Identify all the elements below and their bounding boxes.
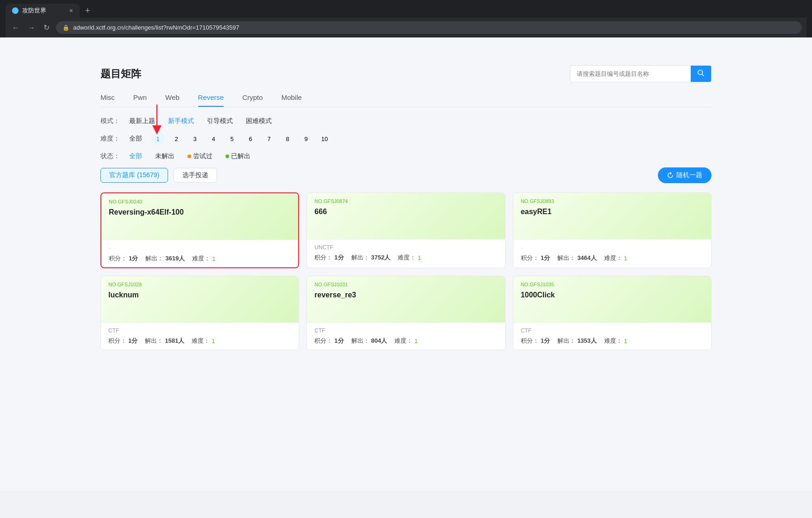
tab-crypto[interactable]: Crypto [242,93,262,107]
difficulty-6[interactable]: 6 [244,132,257,145]
mode-beginner[interactable]: 新手模式 [164,116,198,127]
card-3-score: 积分：1分 [108,337,137,345]
difficulty-3[interactable]: 3 [188,132,201,145]
card-0-top: NO.GFSJ0240 Reversing-x64Elf-100 [101,193,298,240]
tab-mobile[interactable]: Mobile [281,93,302,107]
status-filter-row: 状态： 全部 未解出 尝试过 已解出 [100,151,712,162]
card-3-solved: 解出：1581人 [145,337,184,345]
card-0-title: Reversing-x64Elf-100 [109,208,291,216]
card-5-bottom: CTF 积分：1分 解出：1353人 难度：1 [513,322,711,350]
card-4[interactable]: NO.GFSJ1031 reverse_re3 CTF 积分：1分 解出：804… [306,276,505,350]
red-arrow [150,105,169,137]
card-4-solved: 解出：804人 [351,337,387,345]
card-2-stats: 积分：1分 解出：3464人 难度：1 [521,254,704,262]
mode-guide[interactable]: 引导模式 [203,116,237,127]
card-3-stats: 积分：1分 解出：1581人 难度：1 [108,337,291,345]
player-source-tab[interactable]: 选手投递 [174,168,217,183]
card-4-score: 积分：1分 [314,337,344,345]
mode-hard[interactable]: 困难模式 [242,116,275,127]
card-3-no: NO.GFSJ1028 [108,282,291,287]
card-2-score: 积分：1分 [521,254,550,262]
card-0-score: 积分：1分 [109,254,138,263]
card-1-difficulty: 难度：1 [398,253,421,262]
card-2[interactable]: NO.GFSJ0893 easyRE1 - 积分：1分 解出：3464人 难度：… [513,192,712,268]
difficulty-8[interactable]: 8 [281,132,294,145]
mode-filter-row: 模式： 最新上题 新手模式 引导模式 困难模式 [100,116,712,127]
card-3-source: CTF [108,327,291,334]
difficulty-10[interactable]: 10 [318,132,331,145]
card-4-no: NO.GFSJ1031 [314,282,497,287]
card-5-title: 1000Click [521,291,704,299]
active-tab[interactable]: 攻防世界 ✕ [6,4,80,18]
difficulty-9[interactable]: 9 [300,132,312,145]
status-tried[interactable]: 尝试过 [184,151,216,162]
difficulty-5[interactable]: 5 [225,132,238,145]
tried-dot [187,154,191,158]
card-1-score: 积分：1分 [314,253,344,262]
card-1[interactable]: NO.GFSJ0874 666 UNCTF 积分：1分 解出：3752人 难度：… [306,192,505,268]
url-bar[interactable]: 🔒 adworld.xctf.org.cn/challenges/list?rw… [56,21,802,34]
tab-close-btn[interactable]: ✕ [69,8,73,14]
card-5-score: 积分：1分 [521,337,550,345]
nav-reload-btn[interactable]: ↻ [42,21,51,34]
difficulty-filter-label: 难度： [100,135,120,143]
card-3[interactable]: NO.GFSJ1028 lucknum CTF 积分：1分 解出：1581人 难… [100,276,299,350]
solved-dot [225,154,229,158]
card-1-bottom: UNCTF 积分：1分 解出：3752人 难度：1 [307,239,505,266]
card-1-solved: 解出：3752人 [351,253,391,262]
card-3-bottom: CTF 积分：1分 解出：1581人 难度：1 [101,322,299,350]
card-1-source: UNCTF [314,244,497,251]
card-2-top: NO.GFSJ0893 easyRE1 [513,193,711,239]
card-2-difficulty: 难度：1 [604,254,627,262]
random-btn[interactable]: 随机一题 [658,167,712,183]
card-0-no: NO.GFSJ0240 [109,199,291,204]
difficulty-filter-row: 难度： 全部 1 2 3 4 5 6 7 8 [100,132,712,145]
card-4-source: CTF [314,327,497,334]
url-text: adworld.xctf.org.cn/challenges/list?rwNm… [73,24,239,31]
difficulty-all[interactable]: 全部 [125,133,146,144]
tab-pwn[interactable]: Pwn [133,93,147,107]
card-4-bottom: CTF 积分：1分 解出：804人 难度：1 [307,322,505,350]
card-3-difficulty: 难度：1 [192,337,215,345]
status-all[interactable]: 全部 [125,151,146,162]
card-4-title: reverse_re3 [314,291,497,299]
card-5-no: NO.GFSJ1035 [521,282,704,287]
card-5-top: NO.GFSJ1035 1000Click [513,276,711,322]
card-0-source: - [109,245,291,252]
url-icon: 🔒 [62,25,69,31]
official-source-tab[interactable]: 官方题库 (15679) [100,168,168,183]
new-tab-btn[interactable]: + [81,5,94,17]
difficulty-4[interactable]: 4 [207,132,220,145]
card-5-solved: 解出：1353人 [557,337,597,345]
tab-misc[interactable]: Misc [100,93,115,107]
search-button[interactable] [691,66,711,82]
card-4-top: NO.GFSJ1031 reverse_re3 [307,276,505,322]
page-header: 题目矩阵 [100,65,712,82]
tab-reverse[interactable]: Reverse [198,93,224,107]
status-filter-label: 状态： [100,152,120,160]
card-3-title: lucknum [108,291,291,299]
random-btn-label: 随机一题 [676,171,702,179]
status-unsolved[interactable]: 未解出 [151,151,178,162]
search-input[interactable] [570,67,691,81]
nav-forward-btn[interactable]: → [26,22,37,34]
card-4-stats: 积分：1分 解出：804人 难度：1 [314,337,497,345]
card-2-solved: 解出：3464人 [557,254,597,262]
cards-grid: NO.GFSJ0240 Reversing-x64Elf-100 - 积分：1分… [100,192,712,350]
search-box [570,65,712,82]
mode-filter-label: 模式： [100,117,120,125]
difficulty-2[interactable]: 2 [170,132,183,145]
card-4-difficulty: 难度：1 [394,337,418,345]
card-2-bottom: - 积分：1分 解出：3464人 难度：1 [513,239,711,267]
page-title: 题目矩阵 [100,67,141,81]
difficulty-7[interactable]: 7 [262,132,275,145]
card-0[interactable]: NO.GFSJ0240 Reversing-x64Elf-100 - 积分：1分… [100,192,299,268]
card-5-difficulty: 难度：1 [604,337,627,345]
svg-line-1 [702,74,704,76]
card-2-no: NO.GFSJ0893 [521,198,704,204]
status-solved[interactable]: 已解出 [222,151,254,162]
card-5[interactable]: NO.GFSJ1035 1000Click CTF 积分：1分 解出：1353人… [513,276,712,350]
nav-back-btn[interactable]: ← [10,22,21,34]
card-2-source: - [521,244,704,251]
card-5-source: CTF [521,327,704,334]
